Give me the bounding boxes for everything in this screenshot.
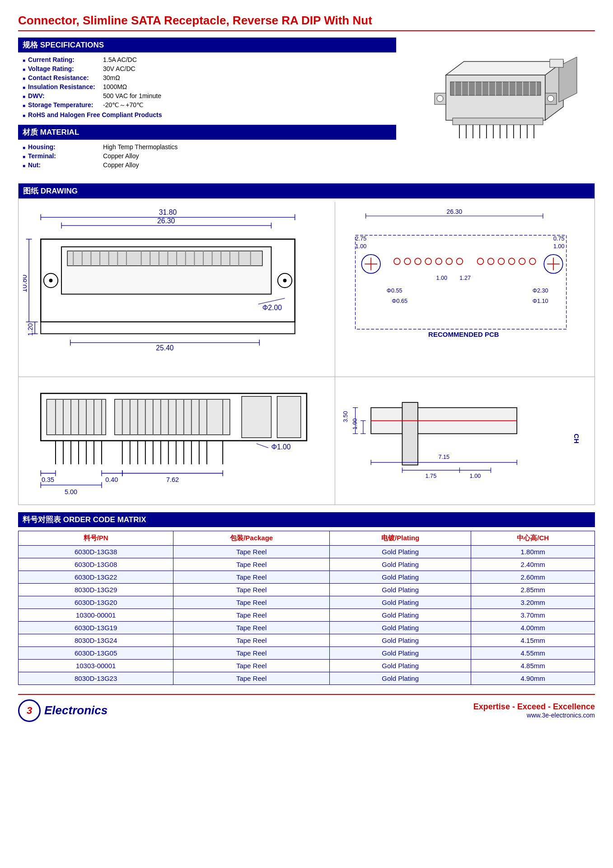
footer-tagline: Expertise - Exceed - Excellence [473, 702, 595, 712]
table-row: 6030D-13G05Tape ReelGold Plating4.55mm [19, 646, 595, 659]
svg-marker-0 [446, 61, 563, 75]
svg-text:0.35: 0.35 [42, 476, 54, 484]
svg-point-101 [436, 258, 442, 264]
svg-text:Φ1.10: Φ1.10 [533, 298, 548, 304]
svg-point-100 [425, 258, 431, 264]
spec-item-contact: Contact Resistance: 30mΩ [23, 74, 396, 81]
svg-text:CH: CH [573, 434, 580, 444]
order-table: 料号/PN 包装/Package 电镀/Plating 中心高/CH 6030D… [18, 531, 595, 685]
table-row: 6030D-13G38Tape ReelGold Plating1.80mm [19, 545, 595, 558]
specs-header: 规格 SPECIFICATIONS [18, 38, 396, 52]
specs-list: Current Rating: 1.5A AC/DC Voltage Ratin… [18, 56, 396, 118]
material-nut: Nut: Copper Alloy [23, 161, 396, 169]
svg-point-104 [477, 258, 484, 264]
footer-logo: 3 Electronics [18, 699, 108, 722]
table-row: 6030D-13G20Tape ReelGold Plating3.20mm [19, 596, 595, 609]
svg-text:Φ2.30: Φ2.30 [533, 288, 548, 294]
drawing-bottom-right: CH 3.50 1.90 [335, 377, 594, 505]
table-row: 6030D-13G08Tape ReelGold Plating2.40mm [19, 558, 595, 571]
col-package: 包装/Package [173, 531, 330, 545]
order-header: 料号对照表 ORDER CODE MATRIX [18, 512, 595, 527]
svg-text:3.50: 3.50 [343, 411, 349, 423]
svg-rect-130 [115, 400, 230, 435]
table-row: 6030D-13G22Tape ReelGold Plating2.60mm [19, 571, 595, 583]
svg-point-106 [498, 258, 505, 264]
material-housing: Housing: High Temp Thermoplastics [23, 143, 396, 151]
svg-text:7.62: 7.62 [166, 476, 179, 484]
svg-text:26.30: 26.30 [157, 217, 175, 225]
svg-rect-144 [242, 396, 271, 438]
svg-point-72 [49, 279, 53, 283]
footer-right: Expertise - Exceed - Excellence www.3e-e… [473, 702, 595, 719]
spec-item-dwv: DWV: 500 VAC for 1minute [23, 92, 396, 99]
table-row: 8030D-13G29Tape ReelGold Plating2.85mm [19, 583, 595, 596]
svg-text:10.80: 10.80 [23, 274, 28, 292]
col-pn: 料号/PN [19, 531, 173, 545]
logo-text: Electronics [44, 703, 108, 717]
svg-text:31.80: 31.80 [159, 208, 177, 216]
svg-text:Φ0.65: Φ0.65 [392, 298, 408, 304]
material-list: Housing: High Temp Thermoplastics Termin… [18, 143, 396, 169]
page-title: Connector, Slimline SATA Receptacle, Rev… [18, 14, 595, 31]
svg-point-109 [529, 258, 536, 264]
svg-line-167 [257, 444, 268, 448]
order-section: 料号对照表 ORDER CODE MATRIX 料号/PN 包装/Package… [18, 512, 595, 685]
svg-text:1.00: 1.00 [470, 473, 481, 480]
svg-text:1.20: 1.20 [27, 323, 34, 336]
svg-text:26.30: 26.30 [447, 208, 463, 215]
svg-rect-186 [402, 402, 418, 465]
footer-website: www.3e-electronics.com [473, 712, 595, 719]
svg-text:Φ1.00: Φ1.00 [271, 443, 290, 451]
table-row: 8030D-13G23Tape ReelGold Plating4.90mm [19, 672, 595, 684]
svg-point-102 [446, 258, 453, 264]
svg-text:1.00: 1.00 [356, 243, 367, 250]
drawing-right-panel: 26.30 2.75 1.00 0.75 1.00 [335, 202, 594, 377]
footer: 3 Electronics Expertise - Exceed - Excel… [18, 694, 595, 722]
spec-item-insulation: Insulation Resistance: 1000MΩ [23, 83, 396, 90]
col-ch: 中心高/CH [471, 531, 595, 545]
svg-text:1.00: 1.00 [553, 243, 565, 250]
svg-rect-113 [356, 235, 566, 329]
svg-point-99 [415, 258, 421, 264]
drawing-header: 图纸 DRAWING [19, 184, 594, 198]
svg-text:1.75: 1.75 [426, 473, 437, 480]
svg-text:Φ0.55: Φ0.55 [387, 288, 402, 294]
table-row: 8030D-13G24Tape ReelGold Plating4.15mm [19, 634, 595, 646]
table-row: 6030D-13G19Tape ReelGold Plating4.00mm [19, 621, 595, 634]
svg-point-20 [547, 95, 554, 102]
svg-rect-35 [550, 59, 563, 67]
svg-text:7.15: 7.15 [439, 454, 450, 460]
svg-text:25.40: 25.40 [156, 344, 174, 352]
spec-item-rohs: RoHS and Halogen Free Compliant Products [23, 111, 396, 118]
table-row: 10300-00001Tape ReelGold Plating3.70mm [19, 609, 595, 621]
svg-rect-21 [453, 118, 543, 125]
svg-point-103 [457, 258, 463, 264]
svg-text:Φ2.00: Φ2.00 [262, 304, 282, 311]
svg-point-18 [437, 95, 443, 102]
svg-rect-75 [41, 322, 295, 334]
svg-text:1.27: 1.27 [460, 275, 471, 281]
drawing-bottom-left: Φ1.00 0.35 5.00 0.40 [19, 377, 335, 505]
spec-item-storage: Storage Temperature: -20℃～+70℃ [23, 101, 396, 109]
svg-point-74 [283, 279, 287, 283]
drawing-left-panel: 31.80 26.30 10.80 [19, 202, 335, 377]
svg-point-108 [519, 258, 525, 264]
material-header: 材质 MATERIAL [18, 125, 396, 140]
svg-rect-50 [67, 251, 262, 266]
logo-circle: 3 [18, 699, 41, 722]
drawing-section: 图纸 DRAWING 31.80 26.30 10.80 [18, 183, 595, 505]
table-row: 10303-00001Tape ReelGold Plating4.85mm [19, 659, 595, 672]
svg-point-98 [404, 258, 411, 264]
col-plating: 电镀/Plating [330, 531, 471, 545]
svg-text:5.00: 5.00 [65, 488, 77, 495]
svg-text:1.00: 1.00 [436, 275, 448, 281]
svg-point-97 [394, 258, 400, 264]
spec-item-current: Current Rating: 1.5A AC/DC [23, 56, 396, 63]
svg-text:RECOMMENDED PCB: RECOMMENDED PCB [428, 330, 499, 338]
svg-point-107 [509, 258, 515, 264]
connector-3d-image [405, 38, 595, 176]
svg-point-105 [488, 258, 494, 264]
svg-text:0.75: 0.75 [553, 236, 565, 242]
svg-text:1.90: 1.90 [352, 419, 358, 430]
svg-text:0.40: 0.40 [105, 476, 118, 484]
